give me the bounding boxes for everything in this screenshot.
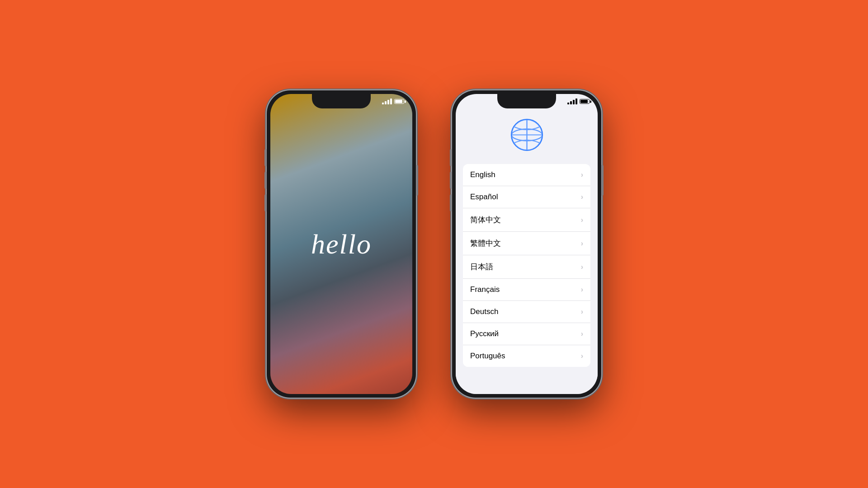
chevron-right-icon: › <box>581 352 583 360</box>
chevron-right-icon: › <box>581 171 583 179</box>
signal-icon <box>382 99 392 104</box>
language-item[interactable]: Русский› <box>463 323 590 345</box>
globe-container <box>506 114 547 155</box>
signal-icon <box>567 99 577 104</box>
language-item[interactable]: 简体中文› <box>463 208 590 232</box>
right-status-bar <box>567 99 590 104</box>
globe-icon <box>510 118 544 152</box>
language-item[interactable]: 繁體中文› <box>463 232 590 255</box>
language-item[interactable]: 日本語› <box>463 255 590 279</box>
chevron-right-icon: › <box>581 263 583 271</box>
left-notch <box>312 94 371 108</box>
right-phone: English›Español›简体中文›繁體中文›日本語›Français›D… <box>452 90 601 398</box>
language-item[interactable]: Deutsch› <box>463 301 590 323</box>
chevron-right-icon: › <box>581 216 583 224</box>
language-list: English›Español›简体中文›繁體中文›日本語›Français›D… <box>456 164 598 394</box>
chevron-right-icon: › <box>581 286 583 294</box>
language-item[interactable]: English› <box>463 164 590 186</box>
left-phone-screen: hello <box>270 94 412 394</box>
language-item[interactable]: Français› <box>463 279 590 301</box>
language-name: Deutsch <box>470 307 498 316</box>
right-notch <box>497 94 556 108</box>
language-name: Русский <box>470 329 499 338</box>
battery-icon <box>394 99 404 104</box>
chevron-right-icon: › <box>581 239 583 248</box>
language-item[interactable]: Español› <box>463 186 590 208</box>
language-group: English›Español›简体中文›繁體中文›日本語›Français›D… <box>463 164 590 367</box>
left-phone: hello <box>267 90 416 398</box>
language-item[interactable]: Português› <box>463 345 590 367</box>
language-name: 简体中文 <box>470 215 501 225</box>
chevron-right-icon: › <box>581 330 583 338</box>
hello-text: hello <box>311 228 372 260</box>
language-name: Português <box>470 352 505 361</box>
language-name: 日本語 <box>470 262 493 272</box>
language-name: Français <box>470 285 500 294</box>
language-name: 繁體中文 <box>470 238 501 249</box>
battery-icon <box>580 99 590 104</box>
language-name: Español <box>470 192 498 202</box>
left-status-bar <box>382 99 404 104</box>
right-phone-screen: English›Español›简体中文›繁體中文›日本語›Français›D… <box>456 94 598 394</box>
svg-point-4 <box>511 119 542 150</box>
chevron-right-icon: › <box>581 193 583 201</box>
language-name: English <box>470 170 495 179</box>
chevron-right-icon: › <box>581 308 583 316</box>
